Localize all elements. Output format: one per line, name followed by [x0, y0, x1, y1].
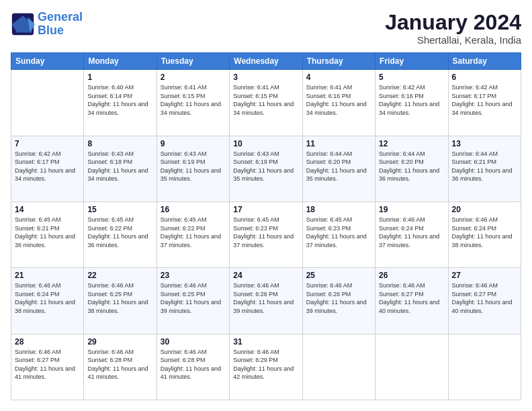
- day-number: 20: [452, 205, 517, 214]
- page: General Blue January 2024 Shertallai, Ke…: [0, 0, 532, 411]
- cell-info: Sunrise: 6:46 AMSunset: 6:27 PMDaylight:…: [452, 281, 517, 315]
- calendar-cell: 2Sunrise: 6:41 AMSunset: 6:15 PMDaylight…: [157, 70, 229, 136]
- cell-info: Sunrise: 6:45 AMSunset: 6:22 PMDaylight:…: [161, 216, 226, 249]
- calendar-cell: 5Sunrise: 6:42 AMSunset: 6:16 PMDaylight…: [375, 70, 448, 136]
- day-number: 11: [306, 139, 371, 148]
- cell-info: Sunrise: 6:44 AMSunset: 6:21 PMDaylight:…: [452, 150, 517, 183]
- calendar-cell: 17Sunrise: 6:45 AMSunset: 6:23 PMDayligh…: [230, 201, 302, 267]
- day-number: 21: [15, 271, 80, 280]
- day-number: 13: [452, 139, 517, 148]
- day-number: 27: [452, 271, 517, 280]
- day-number: 4: [306, 73, 371, 82]
- cell-info: Sunrise: 6:45 AMSunset: 6:22 PMDaylight:…: [87, 216, 152, 249]
- calendar-cell: 1Sunrise: 6:40 AMSunset: 6:14 PMDaylight…: [84, 70, 157, 136]
- calendar-cell: 18Sunrise: 6:45 AMSunset: 6:23 PMDayligh…: [302, 201, 375, 267]
- logo-text: General Blue: [38, 11, 83, 38]
- cell-info: Sunrise: 6:46 AMSunset: 6:27 PMDaylight:…: [379, 281, 444, 315]
- calendar-cell: 19Sunrise: 6:46 AMSunset: 6:24 PMDayligh…: [375, 201, 448, 267]
- cell-info: Sunrise: 6:41 AMSunset: 6:15 PMDaylight:…: [161, 83, 226, 117]
- cell-info: Sunrise: 6:45 AMSunset: 6:21 PMDaylight:…: [15, 216, 80, 249]
- calendar-cell: 12Sunrise: 6:44 AMSunset: 6:20 PMDayligh…: [375, 136, 448, 201]
- calendar-cell: 7Sunrise: 6:42 AMSunset: 6:17 PMDaylight…: [11, 136, 84, 201]
- calendar-header-row: SundayMondayTuesdayWednesdayThursdayFrid…: [11, 53, 521, 70]
- calendar-cell: 29Sunrise: 6:46 AMSunset: 6:28 PMDayligh…: [84, 334, 157, 400]
- cell-info: Sunrise: 6:45 AMSunset: 6:23 PMDaylight:…: [233, 216, 298, 249]
- calendar-cell: 22Sunrise: 6:46 AMSunset: 6:25 PMDayligh…: [84, 268, 157, 334]
- day-number: 25: [306, 271, 371, 280]
- cell-info: Sunrise: 6:46 AMSunset: 6:28 PMDaylight:…: [87, 348, 152, 381]
- calendar-cell: 14Sunrise: 6:45 AMSunset: 6:21 PMDayligh…: [11, 201, 84, 267]
- day-number: 5: [379, 73, 444, 82]
- day-number: 24: [233, 271, 298, 280]
- week-row-2: 14Sunrise: 6:45 AMSunset: 6:21 PMDayligh…: [11, 201, 521, 267]
- calendar-cell: 4Sunrise: 6:41 AMSunset: 6:16 PMDaylight…: [302, 70, 375, 136]
- calendar-cell: 9Sunrise: 6:43 AMSunset: 6:19 PMDaylight…: [157, 136, 229, 201]
- cell-info: Sunrise: 6:41 AMSunset: 6:15 PMDaylight:…: [233, 83, 298, 117]
- calendar-cell: [448, 334, 521, 400]
- logo-icon: [11, 12, 35, 36]
- day-number: 8: [87, 139, 152, 148]
- day-number: 14: [15, 205, 80, 214]
- calendar-cell: 23Sunrise: 6:46 AMSunset: 6:25 PMDayligh…: [157, 268, 229, 334]
- cell-info: Sunrise: 6:42 AMSunset: 6:17 PMDaylight:…: [15, 150, 80, 183]
- cell-info: Sunrise: 6:46 AMSunset: 6:24 PMDaylight:…: [15, 281, 80, 315]
- day-number: 9: [161, 139, 226, 148]
- cell-info: Sunrise: 6:46 AMSunset: 6:25 PMDaylight:…: [87, 281, 152, 315]
- cell-info: Sunrise: 6:43 AMSunset: 6:19 PMDaylight:…: [233, 150, 298, 183]
- day-number: 7: [15, 139, 80, 148]
- cell-info: Sunrise: 6:46 AMSunset: 6:26 PMDaylight:…: [233, 281, 298, 315]
- cell-info: Sunrise: 6:42 AMSunset: 6:17 PMDaylight:…: [452, 83, 517, 117]
- day-number: 10: [233, 139, 298, 148]
- calendar-cell: 8Sunrise: 6:43 AMSunset: 6:18 PMDaylight…: [84, 136, 157, 201]
- calendar-cell: [11, 70, 84, 136]
- day-number: 2: [161, 73, 226, 82]
- calendar-cell: 20Sunrise: 6:46 AMSunset: 6:24 PMDayligh…: [448, 201, 521, 267]
- title-block: January 2024 Shertallai, Kerala, India: [385, 11, 521, 46]
- logo-line2: Blue: [38, 24, 64, 37]
- day-number: 29: [87, 337, 152, 347]
- calendar-table: SundayMondayTuesdayWednesdayThursdayFrid…: [11, 52, 521, 400]
- logo-line1: General: [38, 10, 83, 24]
- day-number: 28: [15, 337, 80, 347]
- week-row-3: 21Sunrise: 6:46 AMSunset: 6:24 PMDayligh…: [11, 268, 521, 334]
- day-number: 22: [87, 271, 152, 280]
- subtitle: Shertallai, Kerala, India: [385, 34, 521, 46]
- calendar-cell: 31Sunrise: 6:46 AMSunset: 6:29 PMDayligh…: [230, 334, 302, 400]
- day-number: 3: [233, 73, 298, 82]
- week-row-1: 7Sunrise: 6:42 AMSunset: 6:17 PMDaylight…: [11, 136, 521, 201]
- calendar-cell: 16Sunrise: 6:45 AMSunset: 6:22 PMDayligh…: [157, 201, 229, 267]
- calendar-cell: 6Sunrise: 6:42 AMSunset: 6:17 PMDaylight…: [448, 70, 521, 136]
- cell-info: Sunrise: 6:46 AMSunset: 6:24 PMDaylight:…: [379, 216, 444, 249]
- col-header-saturday: Saturday: [448, 53, 521, 70]
- col-header-monday: Monday: [84, 53, 157, 70]
- cell-info: Sunrise: 6:46 AMSunset: 6:25 PMDaylight:…: [161, 281, 226, 315]
- cell-info: Sunrise: 6:40 AMSunset: 6:14 PMDaylight:…: [87, 83, 152, 117]
- cell-info: Sunrise: 6:46 AMSunset: 6:27 PMDaylight:…: [15, 348, 80, 381]
- col-header-wednesday: Wednesday: [230, 53, 302, 70]
- cell-info: Sunrise: 6:42 AMSunset: 6:16 PMDaylight:…: [379, 83, 444, 117]
- day-number: 26: [379, 271, 444, 280]
- day-number: 31: [233, 337, 298, 347]
- day-number: 18: [306, 205, 371, 214]
- day-number: 1: [87, 73, 152, 82]
- week-row-0: 1Sunrise: 6:40 AMSunset: 6:14 PMDaylight…: [11, 70, 521, 136]
- cell-info: Sunrise: 6:45 AMSunset: 6:23 PMDaylight:…: [306, 216, 371, 249]
- calendar-cell: 25Sunrise: 6:46 AMSunset: 6:26 PMDayligh…: [302, 268, 375, 334]
- cell-info: Sunrise: 6:44 AMSunset: 6:20 PMDaylight:…: [306, 150, 371, 183]
- calendar-cell: 24Sunrise: 6:46 AMSunset: 6:26 PMDayligh…: [230, 268, 302, 334]
- col-header-thursday: Thursday: [302, 53, 375, 70]
- calendar-cell: 15Sunrise: 6:45 AMSunset: 6:22 PMDayligh…: [84, 201, 157, 267]
- calendar-cell: 11Sunrise: 6:44 AMSunset: 6:20 PMDayligh…: [302, 136, 375, 201]
- day-number: 23: [161, 271, 226, 280]
- week-row-4: 28Sunrise: 6:46 AMSunset: 6:27 PMDayligh…: [11, 334, 521, 400]
- calendar-cell: 27Sunrise: 6:46 AMSunset: 6:27 PMDayligh…: [448, 268, 521, 334]
- day-number: 12: [379, 139, 444, 148]
- calendar-cell: 21Sunrise: 6:46 AMSunset: 6:24 PMDayligh…: [11, 268, 84, 334]
- day-number: 30: [161, 337, 226, 347]
- cell-info: Sunrise: 6:46 AMSunset: 6:28 PMDaylight:…: [161, 348, 226, 381]
- cell-info: Sunrise: 6:43 AMSunset: 6:19 PMDaylight:…: [161, 150, 226, 183]
- calendar-cell: 13Sunrise: 6:44 AMSunset: 6:21 PMDayligh…: [448, 136, 521, 201]
- calendar-cell: 26Sunrise: 6:46 AMSunset: 6:27 PMDayligh…: [375, 268, 448, 334]
- day-number: 16: [161, 205, 226, 214]
- cell-info: Sunrise: 6:41 AMSunset: 6:16 PMDaylight:…: [306, 83, 371, 117]
